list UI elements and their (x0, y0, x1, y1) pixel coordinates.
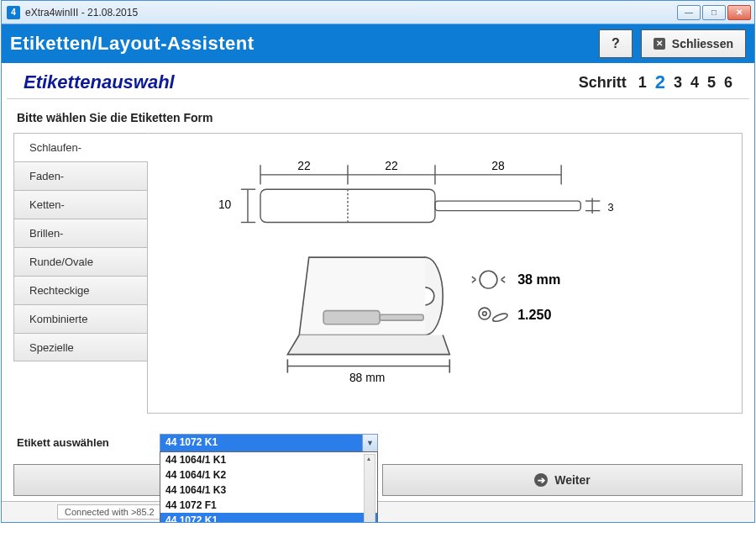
step-3[interactable]: 3 (674, 74, 682, 92)
window-close-button[interactable]: ✕ (727, 5, 751, 20)
tab-schlaufen[interactable]: Schlaufen- (13, 133, 148, 161)
chevron-down-icon: ▼ (362, 435, 377, 451)
option[interactable]: 44 1064/1 K2 (160, 467, 377, 483)
help-button[interactable]: ? (599, 29, 633, 58)
scrollbar[interactable] (364, 454, 375, 523)
svg-rect-9 (435, 201, 580, 211)
header-title: Etiketten/Layout-Assistent (10, 33, 591, 55)
wizard-steps: Schritt 1 2 3 4 5 6 (579, 71, 732, 93)
form-box: Schlaufen- Faden- Ketten- Brillen- Runde… (13, 133, 743, 414)
svg-rect-18 (323, 311, 380, 324)
roll-diameter: 38 mm (517, 272, 560, 287)
dim-roll-width: 88 mm (349, 371, 385, 384)
dim-tail: 3 (608, 202, 614, 214)
window-title: eXtra4winIII - 21.08.2015 (25, 7, 677, 18)
header-bar: Etiketten/Layout-Assistent ? ✕ Schliesse… (2, 24, 754, 63)
tab-kombinierte[interactable]: Kombinierte (13, 304, 148, 333)
step-2[interactable]: 2 (655, 71, 665, 93)
option-selected[interactable]: 44 1072 K1 (160, 513, 377, 523)
dim-seg3: 28 (491, 159, 505, 172)
dim-height: 10 (218, 198, 232, 211)
tab-rechteckige[interactable]: Rechteckige (13, 276, 148, 304)
sub-header: Etikettenauswahl Schritt 1 2 3 4 5 6 (7, 63, 749, 99)
tab-runde[interactable]: Runde/Ovale (13, 247, 148, 276)
main-panel: Bitte wählen Sie die Etiketten Form Schl… (13, 111, 743, 452)
step-4[interactable]: 4 (690, 74, 699, 92)
titlebar: 4 eXtra4winIII - 21.08.2015 — □ ✕ (2, 1, 754, 24)
option[interactable]: 44 1072 F1 (160, 498, 377, 513)
footer-buttons: ➔ Weiter (13, 464, 743, 496)
app-icon: 4 (7, 6, 20, 19)
window-controls: — □ ✕ (677, 5, 751, 20)
status-bar: Connected with >85.2 (2, 501, 754, 522)
label-selector-row: Etikett auswählen 44 1072 K1 ▼ 44 1064/1… (17, 434, 739, 452)
close-button-label: Schliessen (672, 37, 733, 50)
close-button[interactable]: ✕ Schliessen (641, 29, 746, 58)
svg-point-24 (479, 308, 491, 319)
step-1[interactable]: 1 (638, 74, 647, 92)
close-icon: ✕ (654, 38, 665, 50)
tab-faden[interactable]: Faden- (13, 161, 148, 190)
app-window: 4 eXtra4winIII - 21.08.2015 — □ ✕ Etiket… (1, 0, 755, 523)
step-6[interactable]: 6 (724, 74, 732, 92)
shape-tabs: Schlaufen- Faden- Ketten- Brillen- Runde… (13, 133, 148, 414)
next-button-label: Weiter (554, 473, 591, 487)
label-select-value[interactable]: 44 1072 K1 ▼ (160, 434, 378, 452)
label-select[interactable]: 44 1072 K1 ▼ 44 1064/1 K1 44 1064/1 K2 4… (160, 434, 378, 452)
connection-status: Connected with >85.2 (57, 504, 162, 520)
step-5[interactable]: 5 (707, 74, 716, 92)
svg-point-23 (480, 271, 497, 288)
option[interactable]: 44 1064/1 K3 (160, 483, 377, 498)
option[interactable]: 44 1064/1 K1 (160, 452, 377, 467)
tab-brillen[interactable]: Brillen- (13, 219, 148, 247)
form-prompt: Bitte wählen Sie die Etiketten Form (13, 111, 743, 124)
label-diagram: 22 22 28 10 3 (173, 150, 717, 393)
tab-spezielle[interactable]: Spezielle (13, 333, 148, 361)
dim-seg1: 22 (297, 159, 311, 172)
svg-point-26 (491, 312, 508, 323)
label-selector-label: Etikett auswählen (17, 436, 134, 449)
dim-seg2: 22 (385, 159, 398, 172)
next-button[interactable]: ➔ Weiter (382, 464, 743, 496)
arrow-right-icon: ➔ (534, 473, 548, 487)
label-preview: 22 22 28 10 3 (147, 133, 743, 414)
page-title: Etikettenauswahl (24, 71, 579, 93)
maximize-button[interactable]: □ (702, 5, 726, 20)
help-icon: ? (612, 36, 620, 51)
svg-rect-19 (380, 314, 423, 320)
minimize-button[interactable]: — (677, 5, 701, 20)
labels-per-roll: 1.250 (517, 307, 551, 322)
label-select-dropdown[interactable]: 44 1064/1 K1 44 1064/1 K2 44 1064/1 K3 4… (160, 451, 378, 523)
svg-point-25 (483, 312, 487, 316)
step-label: Schritt (579, 74, 627, 92)
tab-ketten[interactable]: Ketten- (13, 190, 148, 219)
